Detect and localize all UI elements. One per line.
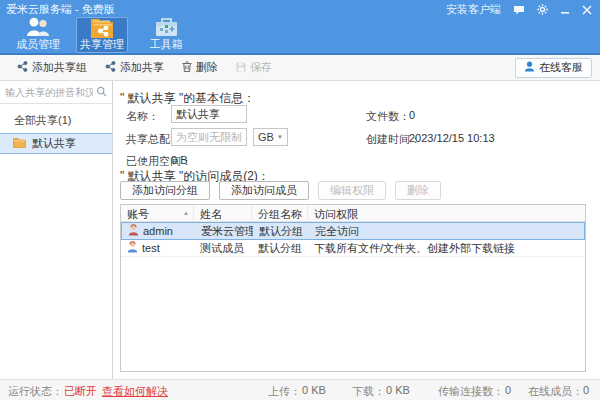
upload-value: 0 KB bbox=[302, 384, 326, 396]
minimize-button[interactable] bbox=[560, 5, 570, 15]
add-share-group-button[interactable]: 添加共享组 bbox=[8, 56, 96, 80]
file-count-label: 文件数： bbox=[366, 109, 410, 124]
share-name-input[interactable] bbox=[171, 105, 247, 123]
button-label: 删除 bbox=[196, 60, 218, 75]
install-client-link[interactable]: 安装客户端 bbox=[446, 2, 501, 17]
share-sidebar: 全部共享(1) 默认共享 bbox=[0, 81, 113, 379]
trash-icon bbox=[182, 61, 192, 74]
download-value: 0 KB bbox=[386, 384, 410, 396]
run-state-value: 已断开 bbox=[64, 384, 97, 399]
tab-member-management[interactable]: 成员管理 bbox=[12, 17, 64, 53]
run-state-label: 运行状态： bbox=[8, 384, 63, 399]
tab-toolbox[interactable]: 工具箱 bbox=[140, 17, 192, 53]
add-access-member-button[interactable]: 添加访问成员 bbox=[219, 181, 309, 200]
save-floppy-icon bbox=[236, 62, 246, 74]
table-row-test[interactable]: test 测试成员 默认分组 下载所有文件/文件夹、创建外部下载链接 bbox=[121, 240, 585, 257]
share-network-icon bbox=[105, 61, 116, 74]
tab-label: 成员管理 bbox=[16, 38, 60, 50]
settings-gear-icon[interactable] bbox=[537, 4, 548, 15]
add-access-group-button[interactable]: 添加访问分组 bbox=[120, 181, 210, 200]
share-search-box bbox=[0, 81, 112, 104]
members-actions: 添加访问分组 添加访问成员 编辑权限 删除 bbox=[120, 181, 441, 200]
share-item-label: 默认共享 bbox=[32, 136, 76, 151]
share-network-icon bbox=[17, 61, 28, 74]
button-label: 添加共享组 bbox=[32, 60, 87, 75]
feedback-icon[interactable] bbox=[513, 5, 525, 15]
members-table: 账号 ▲ 姓名 分组名称 访问权限 admin 爱米云管理员 默认分 bbox=[120, 204, 586, 372]
members-people-icon bbox=[25, 16, 51, 38]
column-header-account[interactable]: 账号 ▲ bbox=[121, 205, 194, 221]
toolbox-icon bbox=[154, 16, 179, 38]
name-label: 名称： bbox=[126, 109, 159, 124]
status-bar: 运行状态： 已断开 查看如何解决 上传： 0 KB 下载： 0 KB 传输连接数… bbox=[0, 379, 600, 400]
save-button[interactable]: 保存 bbox=[227, 56, 281, 80]
share-toolbar: 添加共享组 添加共享 删除 保存 在线客服 bbox=[0, 55, 600, 81]
edit-permission-button[interactable]: 编辑权限 bbox=[318, 181, 386, 200]
titlebar: 爱米云服务端 - 免费版 安装客户端 bbox=[0, 0, 600, 55]
used-space-value: 0 B bbox=[171, 154, 188, 166]
quota-unit-select[interactable]: GB ▼ bbox=[253, 128, 288, 146]
column-header-permission[interactable]: 访问权限 bbox=[308, 205, 585, 221]
search-icon bbox=[96, 86, 107, 99]
quota-input[interactable] bbox=[171, 128, 247, 146]
table-row-admin[interactable]: admin 爱米云管理员 默认分组 完全访问 bbox=[121, 222, 585, 240]
tab-label: 工具箱 bbox=[150, 38, 183, 50]
all-shares-label: 全部共享(1) bbox=[0, 104, 112, 133]
customer-service-icon bbox=[524, 61, 535, 74]
chevron-down-icon: ▼ bbox=[277, 134, 283, 140]
add-share-button[interactable]: 添加共享 bbox=[96, 56, 173, 80]
online-service-button[interactable]: 在线客服 bbox=[515, 58, 592, 78]
folder-icon bbox=[13, 137, 26, 150]
online-members-label: 在线成员： bbox=[528, 384, 583, 399]
button-label: 保存 bbox=[250, 60, 272, 75]
resolve-link[interactable]: 查看如何解决 bbox=[102, 384, 168, 399]
main-tabs: 成员管理 bbox=[0, 17, 600, 53]
app-window: 爱米云服务端 - 免费版 安装客户端 bbox=[0, 0, 600, 400]
close-button[interactable] bbox=[582, 5, 592, 15]
button-label: 添加共享 bbox=[120, 60, 164, 75]
file-count-value: 0 bbox=[409, 109, 415, 121]
column-header-name[interactable]: 姓名 bbox=[194, 205, 252, 221]
column-header-group[interactable]: 分组名称 bbox=[252, 205, 308, 221]
share-search-input[interactable] bbox=[5, 87, 93, 98]
button-label: 在线客服 bbox=[539, 60, 583, 75]
created-value: 2023/12/15 10:13 bbox=[409, 132, 495, 144]
online-members-value: 0 bbox=[583, 384, 589, 396]
delete-share-button[interactable]: 删除 bbox=[173, 56, 227, 80]
user-avatar-icon bbox=[128, 224, 139, 238]
connections-value: 0 bbox=[505, 384, 511, 396]
connections-label: 传输连接数： bbox=[438, 384, 504, 399]
quota-unit-value: GB bbox=[258, 131, 274, 143]
share-detail-panel: " 默认共享 "的基本信息： 名称： 文件数： 0 共享总配额： GB ▼ 创建… bbox=[113, 81, 600, 379]
tab-share-management[interactable]: 共享管理 bbox=[76, 17, 128, 53]
sort-ascending-icon: ▲ bbox=[183, 210, 189, 216]
delete-member-button[interactable]: 删除 bbox=[395, 181, 441, 200]
tab-label: 共享管理 bbox=[80, 38, 124, 50]
upload-label: 上传： bbox=[268, 384, 301, 399]
sidebar-item-default-share[interactable]: 默认共享 bbox=[0, 133, 112, 154]
share-folder-icon bbox=[89, 16, 115, 38]
user-avatar-icon bbox=[127, 241, 138, 255]
download-label: 下载： bbox=[352, 384, 385, 399]
members-table-header: 账号 ▲ 姓名 分组名称 访问权限 bbox=[121, 205, 585, 222]
